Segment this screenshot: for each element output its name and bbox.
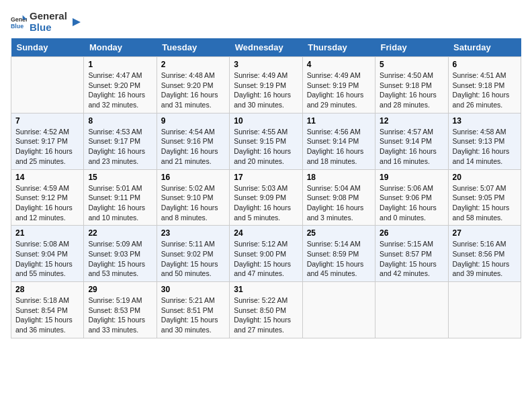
svg-marker-3 (73, 18, 81, 26)
day-info: Sunrise: 4:49 AM Sunset: 9:19 PM Dayligh… (234, 71, 298, 110)
day-number: 3 (234, 60, 298, 69)
day-number: 21 (15, 228, 79, 238)
day-info: Sunrise: 4:49 AM Sunset: 9:19 PM Dayligh… (307, 71, 371, 110)
day-number: 25 (307, 228, 371, 238)
day-number: 24 (234, 228, 298, 238)
day-number: 26 (380, 228, 443, 238)
day-info: Sunrise: 5:12 AM Sunset: 9:00 PM Dayligh… (234, 239, 298, 279)
day-number: 10 (234, 116, 298, 126)
day-number: 12 (380, 116, 443, 126)
day-info: Sunrise: 4:56 AM Sunset: 9:14 PM Dayligh… (307, 127, 371, 167)
column-header-sunday: Sunday (11, 38, 84, 57)
day-number: 13 (453, 116, 517, 126)
calendar-cell: 14Sunrise: 4:59 AM Sunset: 9:12 PM Dayli… (11, 169, 84, 226)
day-info: Sunrise: 5:09 AM Sunset: 9:03 PM Dayligh… (88, 239, 152, 279)
day-number: 16 (161, 173, 225, 182)
calendar-cell: 21Sunrise: 5:08 AM Sunset: 9:04 PM Dayli… (11, 226, 84, 282)
calendar-cell: 23Sunrise: 5:11 AM Sunset: 9:02 PM Dayli… (157, 226, 229, 282)
calendar-cell: 9Sunrise: 4:54 AM Sunset: 9:16 PM Daylig… (157, 113, 229, 169)
day-number: 1 (88, 60, 152, 69)
logo-general-text: General (30, 10, 67, 21)
day-info: Sunrise: 5:21 AM Sunset: 8:51 PM Dayligh… (161, 295, 225, 335)
day-info: Sunrise: 4:58 AM Sunset: 9:13 PM Dayligh… (453, 127, 517, 167)
day-info: Sunrise: 4:54 AM Sunset: 9:16 PM Dayligh… (161, 127, 225, 167)
logo-icon: General Blue (11, 14, 27, 30)
day-number: 2 (161, 60, 225, 69)
day-number: 4 (307, 60, 371, 69)
calendar-cell: 1Sunrise: 4:47 AM Sunset: 9:20 PM Daylig… (84, 57, 157, 113)
day-info: Sunrise: 4:53 AM Sunset: 9:17 PM Dayligh… (88, 127, 152, 167)
day-info: Sunrise: 4:51 AM Sunset: 9:18 PM Dayligh… (453, 71, 517, 110)
day-number: 29 (88, 285, 152, 294)
calendar-cell: 15Sunrise: 5:01 AM Sunset: 9:11 PM Dayli… (84, 169, 157, 226)
calendar-body: 1Sunrise: 4:47 AM Sunset: 9:20 PM Daylig… (11, 57, 521, 338)
calendar-cell: 5Sunrise: 4:50 AM Sunset: 9:18 PM Daylig… (375, 57, 448, 113)
calendar-cell: 7Sunrise: 4:52 AM Sunset: 9:17 PM Daylig… (11, 113, 84, 169)
calendar-cell: 3Sunrise: 4:49 AM Sunset: 9:19 PM Daylig… (230, 57, 302, 113)
calendar-cell: 10Sunrise: 4:55 AM Sunset: 9:15 PM Dayli… (230, 113, 302, 169)
calendar-cell: 4Sunrise: 4:49 AM Sunset: 9:19 PM Daylig… (302, 57, 375, 113)
calendar-cell: 19Sunrise: 5:06 AM Sunset: 9:06 PM Dayli… (375, 169, 448, 226)
day-info: Sunrise: 5:11 AM Sunset: 9:02 PM Dayligh… (161, 239, 225, 279)
logo-arrow-icon (70, 15, 83, 29)
week-row-1: 1Sunrise: 4:47 AM Sunset: 9:20 PM Daylig… (11, 57, 521, 113)
day-info: Sunrise: 5:18 AM Sunset: 8:54 PM Dayligh… (15, 295, 79, 335)
day-info: Sunrise: 5:07 AM Sunset: 9:05 PM Dayligh… (453, 183, 517, 223)
column-header-thursday: Thursday (302, 38, 375, 57)
day-number: 27 (453, 228, 517, 238)
calendar-cell: 30Sunrise: 5:21 AM Sunset: 8:51 PM Dayli… (157, 282, 229, 338)
calendar-table: SundayMondayTuesdayWednesdayThursdayFrid… (11, 38, 521, 338)
day-number: 5 (380, 60, 443, 69)
logo-blue-text: Blue (30, 21, 52, 33)
day-info: Sunrise: 4:50 AM Sunset: 9:18 PM Dayligh… (380, 71, 443, 110)
column-header-monday: Monday (84, 38, 157, 57)
calendar-cell: 25Sunrise: 5:14 AM Sunset: 8:59 PM Dayli… (302, 226, 375, 282)
day-number: 30 (161, 285, 225, 294)
day-number: 14 (15, 173, 79, 182)
day-number: 31 (234, 285, 298, 294)
week-row-5: 28Sunrise: 5:18 AM Sunset: 8:54 PM Dayli… (11, 282, 521, 338)
calendar-cell: 28Sunrise: 5:18 AM Sunset: 8:54 PM Dayli… (11, 282, 84, 338)
day-number: 11 (307, 116, 371, 126)
day-info: Sunrise: 5:14 AM Sunset: 8:59 PM Dayligh… (307, 239, 371, 279)
calendar-cell: 24Sunrise: 5:12 AM Sunset: 9:00 PM Dayli… (230, 226, 302, 282)
column-header-tuesday: Tuesday (157, 38, 229, 57)
calendar-cell: 20Sunrise: 5:07 AM Sunset: 9:05 PM Dayli… (448, 169, 521, 226)
day-info: Sunrise: 5:08 AM Sunset: 9:04 PM Dayligh… (15, 239, 79, 279)
day-number: 7 (15, 116, 79, 126)
day-info: Sunrise: 4:55 AM Sunset: 9:15 PM Dayligh… (234, 127, 298, 167)
column-header-friday: Friday (375, 38, 448, 57)
calendar-cell: 8Sunrise: 4:53 AM Sunset: 9:17 PM Daylig… (84, 113, 157, 169)
week-row-4: 21Sunrise: 5:08 AM Sunset: 9:04 PM Dayli… (11, 226, 521, 282)
calendar-cell (302, 282, 375, 338)
calendar-cell: 13Sunrise: 4:58 AM Sunset: 9:13 PM Dayli… (448, 113, 521, 169)
calendar-cell: 16Sunrise: 5:02 AM Sunset: 9:10 PM Dayli… (157, 169, 229, 226)
day-info: Sunrise: 4:47 AM Sunset: 9:20 PM Dayligh… (88, 71, 152, 110)
calendar-cell: 31Sunrise: 5:22 AM Sunset: 8:50 PM Dayli… (230, 282, 302, 338)
calendar-cell: 29Sunrise: 5:19 AM Sunset: 8:53 PM Dayli… (84, 282, 157, 338)
day-info: Sunrise: 4:52 AM Sunset: 9:17 PM Dayligh… (15, 127, 79, 167)
day-number: 9 (161, 116, 225, 126)
calendar-cell: 27Sunrise: 5:16 AM Sunset: 8:56 PM Dayli… (448, 226, 521, 282)
day-number: 28 (15, 285, 79, 294)
day-number: 18 (307, 173, 371, 182)
day-number: 6 (453, 60, 517, 69)
day-info: Sunrise: 4:57 AM Sunset: 9:14 PM Dayligh… (380, 127, 443, 167)
calendar-cell: 17Sunrise: 5:03 AM Sunset: 9:09 PM Dayli… (230, 169, 302, 226)
day-number: 20 (453, 173, 517, 182)
day-info: Sunrise: 5:22 AM Sunset: 8:50 PM Dayligh… (234, 295, 298, 335)
day-info: Sunrise: 5:02 AM Sunset: 9:10 PM Dayligh… (161, 183, 225, 223)
calendar-cell: 11Sunrise: 4:56 AM Sunset: 9:14 PM Dayli… (302, 113, 375, 169)
column-header-saturday: Saturday (448, 38, 521, 57)
day-info: Sunrise: 5:01 AM Sunset: 9:11 PM Dayligh… (88, 183, 152, 223)
calendar-cell: 6Sunrise: 4:51 AM Sunset: 9:18 PM Daylig… (448, 57, 521, 113)
day-info: Sunrise: 5:06 AM Sunset: 9:06 PM Dayligh… (380, 183, 443, 223)
calendar-cell (448, 282, 521, 338)
day-info: Sunrise: 5:03 AM Sunset: 9:09 PM Dayligh… (234, 183, 298, 223)
calendar-cell: 12Sunrise: 4:57 AM Sunset: 9:14 PM Dayli… (375, 113, 448, 169)
day-info: Sunrise: 5:16 AM Sunset: 8:56 PM Dayligh… (453, 239, 517, 279)
week-row-3: 14Sunrise: 4:59 AM Sunset: 9:12 PM Dayli… (11, 169, 521, 226)
day-number: 17 (234, 173, 298, 182)
day-number: 8 (88, 116, 152, 126)
day-number: 19 (380, 173, 443, 182)
